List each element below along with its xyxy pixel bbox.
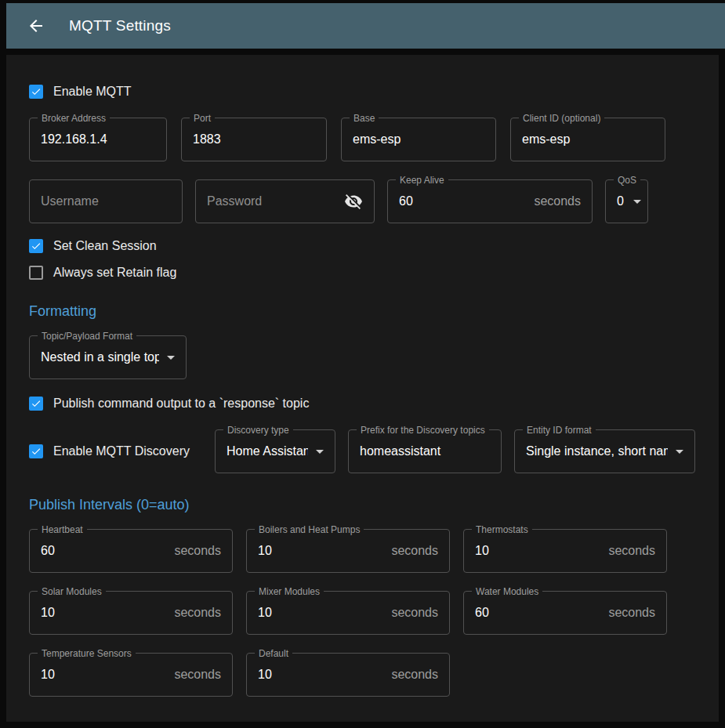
publish-response-checkbox[interactable] xyxy=(29,397,43,411)
port-input[interactable] xyxy=(193,132,315,147)
retain-flag-row[interactable]: Always set Retain flag xyxy=(29,266,696,280)
keep-alive-label: Keep Alive xyxy=(396,175,448,186)
enable-mqtt-label: Enable MQTT xyxy=(53,85,132,99)
broker-address-label: Broker Address xyxy=(38,113,110,124)
keep-alive-field[interactable]: Keep Alive seconds xyxy=(387,179,593,223)
chevron-down-icon xyxy=(676,450,683,454)
interval-label: Heartbeat xyxy=(38,524,87,535)
interval-input[interactable] xyxy=(258,544,385,558)
interval-suffix: seconds xyxy=(608,606,655,620)
check-icon xyxy=(31,397,42,410)
enable-mqtt-row[interactable]: Enable MQTT xyxy=(29,85,696,99)
enable-discovery-checkbox[interactable] xyxy=(29,444,43,458)
temperature-sensors-interval-field[interactable]: Temperature Sensors seconds xyxy=(29,653,233,697)
topic-format-label: Topic/Payload Format xyxy=(38,331,136,342)
interval-input[interactable] xyxy=(41,668,168,682)
qos-select[interactable]: QoS 0 xyxy=(605,179,648,223)
interval-input[interactable] xyxy=(475,606,602,620)
page-title: MQTT Settings xyxy=(69,17,171,34)
interval-suffix: seconds xyxy=(391,668,438,682)
chevron-down-icon xyxy=(633,200,641,204)
interval-suffix: seconds xyxy=(391,544,438,558)
app-bar: MQTT Settings xyxy=(6,3,725,49)
discovery-prefix-label: Prefix for the Discovery topics xyxy=(357,425,489,436)
topic-format-value: Nested in a single topic xyxy=(41,350,159,364)
qos-value: 0 xyxy=(617,194,625,208)
interval-suffix: seconds xyxy=(174,668,221,682)
interval-label: Thermostats xyxy=(472,524,532,535)
interval-input[interactable] xyxy=(41,606,168,620)
interval-label: Default xyxy=(255,648,292,659)
interval-suffix: seconds xyxy=(391,606,438,620)
base-input[interactable] xyxy=(353,132,484,147)
back-arrow-icon xyxy=(27,16,45,35)
interval-input[interactable] xyxy=(258,606,385,620)
entity-id-format-label: Entity ID format xyxy=(523,425,596,436)
clean-session-row[interactable]: Set Clean Session xyxy=(29,239,696,253)
base-field[interactable]: Base xyxy=(341,118,496,161)
interval-input[interactable] xyxy=(258,668,385,682)
heartbeat-interval-field[interactable]: Heartbeat seconds xyxy=(29,529,233,573)
discovery-type-value: Home Assistant xyxy=(227,444,308,458)
port-label: Port xyxy=(190,113,215,124)
credentials-field-row: Keep Alive seconds QoS 0 xyxy=(29,179,696,223)
chevron-down-icon xyxy=(316,450,324,454)
base-label: Base xyxy=(350,113,379,124)
interval-input[interactable] xyxy=(475,544,602,558)
discovery-type-label: Discovery type xyxy=(223,425,293,436)
back-button[interactable] xyxy=(20,10,52,42)
broker-field-row: Broker Address Port Base Client ID (opti… xyxy=(29,118,696,161)
client-id-input[interactable] xyxy=(522,132,654,147)
keep-alive-input[interactable] xyxy=(399,194,527,208)
entity-id-format-value: Single instance, short name xyxy=(526,444,668,458)
username-field[interactable] xyxy=(29,179,183,223)
broker-address-field[interactable]: Broker Address xyxy=(29,118,167,161)
topic-format-select[interactable]: Topic/Payload Format Nested in a single … xyxy=(29,335,187,379)
interval-suffix: seconds xyxy=(174,606,221,620)
retain-flag-checkbox[interactable] xyxy=(29,266,43,280)
discovery-row: Enable MQTT Discovery Discovery type Hom… xyxy=(29,423,696,473)
interval-label: Water Modules xyxy=(472,586,542,597)
solar-interval-field[interactable]: Solar Modules seconds xyxy=(29,591,233,635)
thermostats-interval-field[interactable]: Thermostats seconds xyxy=(463,529,667,573)
publish-response-row[interactable]: Publish command output to a `response` t… xyxy=(29,397,696,411)
interval-label: Temperature Sensors xyxy=(38,648,136,659)
chevron-down-icon xyxy=(167,356,175,360)
password-input[interactable] xyxy=(207,194,338,208)
port-field[interactable]: Port xyxy=(181,118,327,161)
boilers-interval-field[interactable]: Boilers and Heat Pumps seconds xyxy=(246,529,450,573)
password-field[interactable] xyxy=(195,179,375,223)
client-id-field[interactable]: Client ID (optional) xyxy=(510,118,665,161)
retain-flag-label: Always set Retain flag xyxy=(53,266,176,280)
default-interval-field[interactable]: Default seconds xyxy=(246,653,450,697)
interval-label: Boilers and Heat Pumps xyxy=(255,524,364,535)
topic-format-row: Topic/Payload Format Nested in a single … xyxy=(29,335,696,379)
interval-input[interactable] xyxy=(41,544,168,558)
settings-card: Enable MQTT Broker Address Port Base Cli… xyxy=(6,55,719,722)
water-interval-field[interactable]: Water Modules seconds xyxy=(463,591,667,635)
discovery-prefix-input[interactable] xyxy=(360,444,490,458)
toggle-password-visibility-button[interactable] xyxy=(344,192,363,211)
intervals-grid: Heartbeat seconds Boilers and Heat Pumps… xyxy=(29,529,696,697)
clean-session-label: Set Clean Session xyxy=(53,239,157,253)
mixer-interval-field[interactable]: Mixer Modules seconds xyxy=(246,591,450,635)
publish-intervals-heading: Publish Intervals (0=auto) xyxy=(29,497,696,513)
formatting-heading: Formatting xyxy=(29,303,696,320)
broker-address-input[interactable] xyxy=(41,132,155,147)
entity-id-format-select[interactable]: Entity ID format Single instance, short … xyxy=(514,429,695,473)
interval-label: Mixer Modules xyxy=(255,586,324,597)
enable-discovery-label: Enable MQTT Discovery xyxy=(53,444,190,458)
interval-suffix: seconds xyxy=(608,544,655,558)
enable-mqtt-checkbox[interactable] xyxy=(29,85,43,99)
discovery-type-select[interactable]: Discovery type Home Assistant xyxy=(215,429,335,473)
interval-suffix: seconds xyxy=(174,544,221,558)
clean-session-checkbox[interactable] xyxy=(29,239,43,253)
enable-discovery-row[interactable]: Enable MQTT Discovery xyxy=(29,444,202,458)
interval-label: Solar Modules xyxy=(38,586,106,597)
username-input[interactable] xyxy=(41,194,171,208)
publish-response-label: Publish command output to a `response` t… xyxy=(53,397,309,411)
client-id-label: Client ID (optional) xyxy=(519,113,604,124)
check-icon xyxy=(31,445,42,458)
discovery-prefix-field[interactable]: Prefix for the Discovery topics xyxy=(348,429,502,473)
keep-alive-suffix: seconds xyxy=(534,194,581,208)
